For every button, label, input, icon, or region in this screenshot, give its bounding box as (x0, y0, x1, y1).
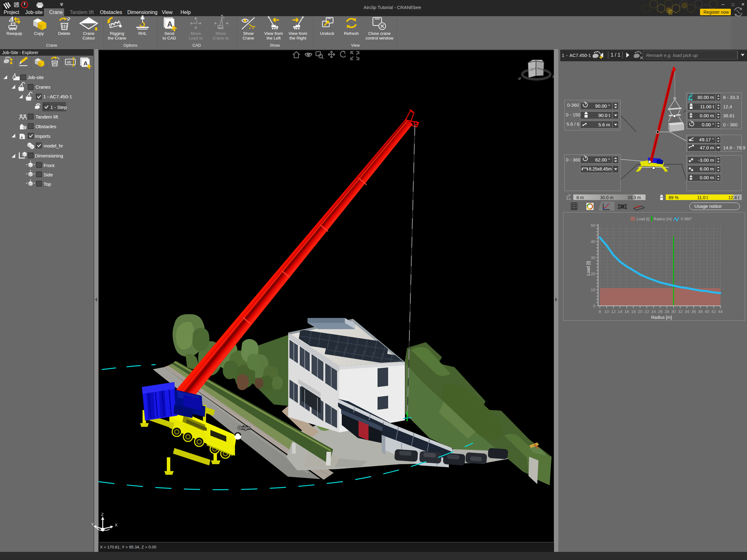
svg-text:A: A (83, 60, 88, 66)
svg-text:40: 40 (705, 309, 709, 314)
svg-text:36: 36 (691, 309, 696, 314)
svg-text:18: 18 (631, 309, 636, 314)
svg-text:S: S (551, 74, 555, 79)
svg-text:Origin: Origin (238, 425, 250, 430)
svg-text:X: X (115, 523, 118, 527)
svg-text:24: 24 (651, 309, 656, 314)
svg-text:38: 38 (698, 309, 702, 314)
svg-text:32: 32 (678, 309, 682, 314)
svg-text:ab: ab (67, 60, 71, 64)
svg-text:8: 8 (599, 309, 601, 314)
svg-text:A: A (167, 20, 173, 28)
svg-text:40: 40 (591, 239, 595, 244)
svg-text:20: 20 (591, 272, 595, 276)
svg-text:12: 12 (611, 309, 616, 314)
svg-text:W: W (517, 76, 522, 81)
svg-text:34: 34 (685, 309, 689, 314)
svg-text:10: 10 (604, 309, 609, 314)
svg-text:14: 14 (618, 309, 622, 314)
svg-text:Y: Y (91, 522, 94, 527)
svg-text:10: 10 (591, 288, 595, 292)
svg-text:Z: Z (101, 512, 104, 517)
svg-text:26: 26 (658, 309, 662, 314)
svg-text:28: 28 (665, 309, 669, 314)
svg-text:16: 16 (624, 309, 629, 314)
svg-text:50: 50 (591, 223, 595, 228)
svg-text:44: 44 (718, 309, 723, 314)
svg-text:30: 30 (591, 256, 595, 260)
svg-text:20: 20 (638, 309, 642, 314)
svg-text:42: 42 (711, 309, 716, 314)
svg-text:30: 30 (671, 309, 676, 314)
svg-text:0: 0 (593, 304, 595, 308)
svg-text:22: 22 (644, 309, 649, 314)
